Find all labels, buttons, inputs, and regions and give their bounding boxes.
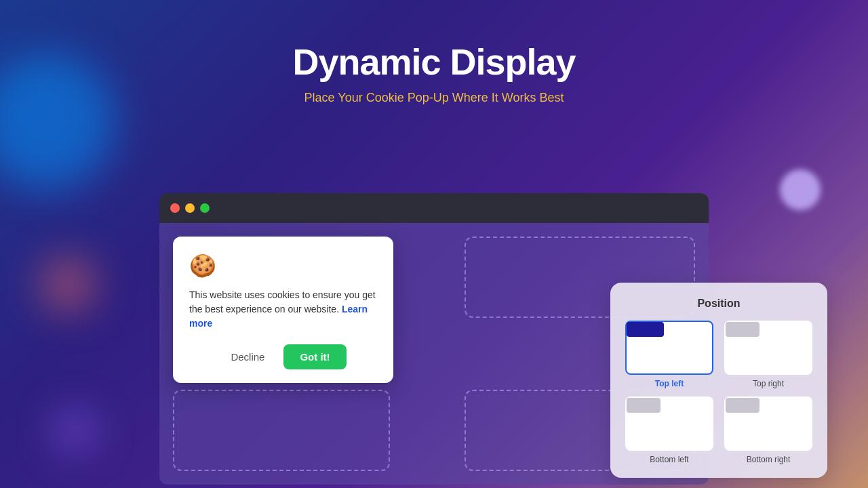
position-panel-title: Position [624,298,814,310]
position-label-top-left: Top left [655,379,684,388]
blob-pink [41,258,95,312]
accept-button[interactable]: Got it! [283,344,346,369]
position-option-top-right[interactable]: Top right [723,321,814,388]
position-label-top-right: Top right [753,379,784,388]
position-preview-top-right [724,321,812,375]
dot-green [200,203,210,213]
position-grid: Top left Top right Bottom left [624,321,814,464]
cookie-popup: 🍪 This website uses cookies to ensure yo… [173,237,393,383]
dot-yellow [185,203,195,213]
browser-content: 🍪 This website uses cookies to ensure yo… [159,223,709,485]
position-preview-bottom-left [625,396,713,451]
pos-indicator-bottom-right [726,398,760,413]
position-preview-top-left [625,321,713,375]
cookie-text: This website uses cookies to ensure you … [189,288,377,331]
pos-indicator-top-left [627,322,664,337]
cookie-buttons: Decline Got it! [189,344,377,369]
position-label-bottom-right: Bottom right [747,455,791,464]
position-option-bottom-right[interactable]: Bottom right [723,396,814,464]
decline-button[interactable]: Decline [220,346,275,368]
position-panel: Position Top left Top right [610,283,827,478]
browser-window: 🍪 This website uses cookies to ensure yo… [159,193,709,485]
placeholder-bottom-left [173,390,390,471]
position-preview-bottom-right [724,396,812,451]
cookie-icon: 🍪 [189,253,377,279]
position-option-bottom-left[interactable]: Bottom left [624,396,715,464]
browser-chrome [159,193,709,223]
header: Dynamic Display Place Your Cookie Pop-Up… [0,0,868,105]
dot-red [170,203,180,213]
pos-indicator-bottom-left [627,398,660,413]
blob-orb [780,169,821,210]
page-title: Dynamic Display [0,41,868,83]
page-subtitle: Place Your Cookie Pop-Up Where It Works … [0,91,868,105]
pos-indicator-top-right [726,322,760,337]
position-option-top-left[interactable]: Top left [624,321,715,388]
blob-purple [58,413,92,447]
position-label-bottom-left: Bottom left [650,455,688,464]
